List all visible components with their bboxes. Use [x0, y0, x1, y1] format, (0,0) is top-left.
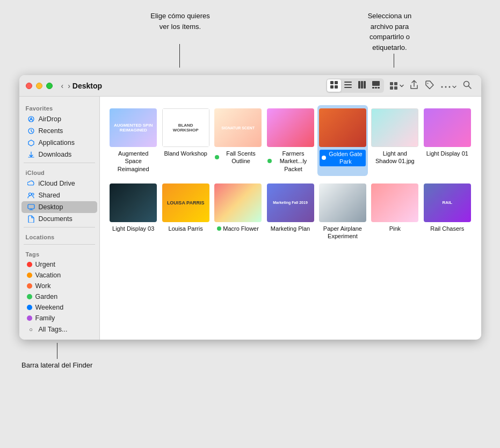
- minimize-button[interactable]: [36, 83, 42, 89]
- divider-2: [24, 227, 95, 227]
- svg-point-18: [427, 83, 429, 84]
- file-thumb-lightdisplay03: [110, 183, 157, 222]
- file-thumb-pink: [371, 183, 418, 222]
- recents-icon: [27, 127, 35, 135]
- file-item-paper-airplane[interactable]: Paper Airplane Experiment: [317, 180, 367, 244]
- file-item-light-shadow[interactable]: Light and Shadow 01.jpg: [370, 105, 420, 176]
- file-name-bland: Bland Workshop: [164, 150, 207, 157]
- file-item-marketing[interactable]: Marketing Fall 2019 Marketing Plan: [265, 180, 315, 244]
- svg-rect-0: [330, 81, 334, 84]
- file-name-pink: Pink: [389, 225, 401, 232]
- svg-point-25: [31, 119, 32, 120]
- file-item-louisa[interactable]: LOUISA PARRIS Louisa Parris: [161, 180, 211, 244]
- annotation-right: Selecciona un archivo para compartirlo o…: [342, 11, 438, 53]
- view-gallery-button[interactable]: [369, 79, 383, 92]
- close-button[interactable]: [26, 83, 32, 89]
- file-item-augmented[interactable]: AUGMENTED SPIN REIMAGINED Augmented Spac…: [108, 105, 158, 176]
- file-thumb-marketing: Marketing Fall 2019: [267, 183, 314, 222]
- more-button[interactable]: [438, 79, 459, 92]
- file-grid: AUGMENTED SPIN REIMAGINED Augmented Spac…: [100, 97, 481, 252]
- fall-tag-dot: [215, 155, 219, 159]
- airdrop-icon: [27, 115, 35, 123]
- file-name-marketing: Marketing Plan: [271, 225, 310, 232]
- sidebar-item-airdrop[interactable]: AirDrop: [21, 113, 97, 125]
- view-columns-button[interactable]: [355, 79, 369, 92]
- sidebar: Favorites AirDrop Recents Applications: [19, 97, 100, 340]
- svg-point-21: [449, 86, 451, 88]
- urgent-tag-dot: [27, 262, 32, 267]
- file-name-macro-flower: Macro Flower: [217, 225, 259, 232]
- file-name-light-display-01: Light Display 01: [426, 150, 468, 157]
- file-item-macro-flower[interactable]: Macro Flower: [213, 180, 263, 244]
- sidebar-item-icloud-drive[interactable]: iCloud Drive: [21, 178, 97, 189]
- svg-point-19: [441, 86, 443, 88]
- sidebar-label-family: Family: [35, 314, 55, 322]
- tag-button[interactable]: [422, 78, 438, 93]
- sidebar-label-urgent: Urgent: [35, 261, 56, 268]
- garden-tag-dot: [27, 294, 32, 299]
- svg-rect-9: [364, 81, 366, 89]
- file-item-light-display-01[interactable]: Light Display 01: [422, 105, 472, 176]
- sidebar-item-documents[interactable]: Documents: [21, 213, 97, 225]
- macro-tag-dot: [217, 226, 221, 231]
- sidebar-item-vacation[interactable]: Vacation: [21, 270, 97, 281]
- sidebar-label-shared: Shared: [39, 192, 60, 199]
- sidebar-item-recents[interactable]: Recents: [21, 125, 97, 137]
- svg-line-23: [468, 86, 471, 89]
- sidebar-bottom-line: [57, 343, 57, 359]
- sidebar-item-all-tags[interactable]: ○ All Tags...: [21, 324, 97, 335]
- icloud-drive-icon: [27, 179, 35, 188]
- sidebar-label-applications: Applications: [39, 139, 75, 146]
- svg-rect-5: [344, 84, 352, 85]
- farmers-tag-dot: [267, 159, 272, 163]
- file-name-rail: Rail Chasers: [430, 225, 464, 232]
- sidebar-item-applications[interactable]: Applications: [21, 137, 97, 149]
- sidebar-item-family[interactable]: Family: [21, 313, 97, 324]
- path-label: Desktop: [73, 82, 102, 90]
- svg-rect-7: [358, 81, 360, 89]
- sidebar-label-vacation: Vacation: [35, 271, 61, 279]
- file-item-rail-chasers[interactable]: RAIL Rail Chasers: [422, 180, 472, 244]
- svg-rect-3: [335, 85, 338, 89]
- sidebar-label-garden: Garden: [35, 293, 58, 300]
- svg-rect-14: [390, 82, 393, 85]
- traffic-lights: [26, 83, 53, 89]
- sidebar-item-shared[interactable]: Shared: [21, 189, 97, 201]
- sidebar-item-desktop[interactable]: Desktop: [21, 201, 97, 213]
- file-item-golden-gate[interactable]: Golden Gate Park: [317, 105, 367, 176]
- view-list-button[interactable]: [341, 79, 355, 92]
- vacation-tag-dot: [27, 273, 32, 278]
- maximize-button[interactable]: [46, 83, 53, 89]
- sidebar-item-work[interactable]: Work: [21, 281, 97, 291]
- svg-rect-15: [394, 82, 397, 85]
- view-icon-button[interactable]: [327, 79, 341, 92]
- file-name-fall: Fall Scents Outline: [215, 150, 260, 165]
- main-layout: Favorites AirDrop Recents Applications: [19, 97, 481, 340]
- file-item-fall-scents[interactable]: SIGNATUR SCENT Fall Scents Outline: [213, 105, 263, 176]
- back-button[interactable]: ‹: [59, 80, 66, 91]
- svg-point-29: [32, 193, 34, 195]
- file-item-pink[interactable]: Pink: [370, 180, 420, 244]
- sidebar-item-downloads[interactable]: Downloads: [21, 149, 97, 160]
- svg-rect-8: [361, 81, 363, 89]
- sidebar-section-locations: Locations: [19, 230, 99, 242]
- file-item-light-display-03[interactable]: Light Display 03: [108, 180, 158, 244]
- search-button[interactable]: [460, 78, 475, 93]
- sidebar-item-urgent[interactable]: Urgent: [21, 259, 97, 270]
- file-item-farmers[interactable]: Farmers Market...ly Packet: [265, 105, 315, 176]
- file-thumb-fall: SIGNATUR SCENT: [214, 108, 262, 147]
- share-button[interactable]: [407, 78, 422, 93]
- file-name-light-display-03: Light Display 03: [112, 225, 154, 232]
- downloads-icon: [27, 150, 35, 159]
- divider-3: [24, 244, 95, 245]
- sidebar-item-garden[interactable]: Garden: [21, 291, 97, 302]
- svg-rect-2: [330, 85, 334, 89]
- group-button[interactable]: [387, 80, 407, 91]
- forward-button[interactable]: ›: [66, 80, 73, 91]
- sidebar-item-weekend[interactable]: Weekend: [21, 302, 97, 313]
- file-thumb-augmented: AUGMENTED SPIN REIMAGINED: [110, 108, 157, 147]
- sidebar-label-downloads: Downloads: [39, 151, 72, 158]
- file-item-bland-workshop[interactable]: BLAND WORKSHOP Bland Workshop: [161, 105, 211, 176]
- file-name-augmented: Augmented Space Reimagined: [111, 150, 156, 173]
- finder-window: ‹ › Desktop: [19, 75, 481, 340]
